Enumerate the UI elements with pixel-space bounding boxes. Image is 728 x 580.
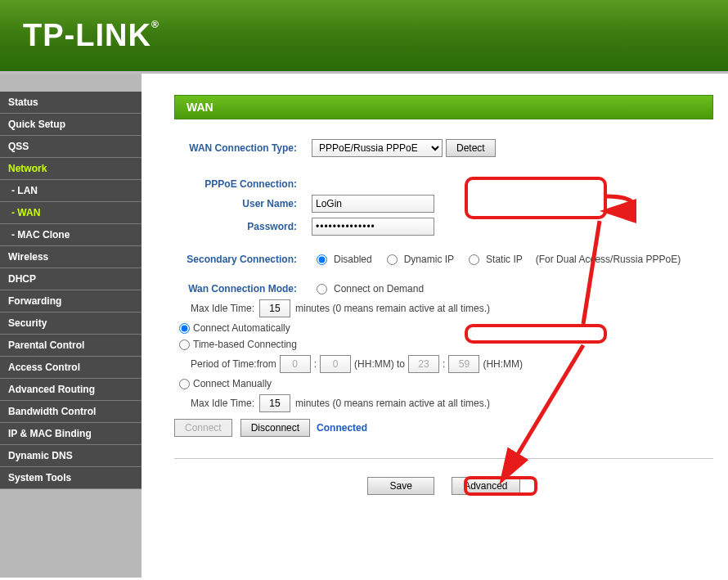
max-idle-input-1[interactable] (259, 299, 290, 317)
sec-note: (For Dual Access/Russia PPPoE) (536, 254, 681, 265)
sidebar-item-forwarding[interactable]: Forwarding (0, 290, 142, 312)
period-to-mm[interactable] (448, 355, 479, 373)
radio-sec-disabled[interactable] (317, 254, 327, 265)
sidebar-item-dhcp[interactable]: DHCP (0, 268, 142, 290)
sidebar-item-qss[interactable]: QSS (0, 136, 142, 158)
label-mode-auto: Connect Automatically (193, 322, 290, 334)
sidebar-item-wireless[interactable]: Wireless (0, 246, 142, 268)
label-hhmm2: (HH:MM) (483, 358, 523, 370)
radio-mode-time[interactable] (179, 339, 190, 350)
brand-text: TP-LINK (23, 18, 151, 53)
label-mode-demand: Connect on Demand (334, 283, 424, 294)
connect-button[interactable]: Connect (174, 419, 232, 437)
reg-mark: ® (151, 19, 160, 30)
label-sec-dynamic: Dynamic IP (404, 254, 454, 265)
disconnect-button[interactable]: Disconnect (240, 419, 310, 437)
sidebar-item-bandwidth-control[interactable]: Bandwidth Control (0, 401, 142, 423)
label-pppoe-connection: PPPoE Connection: (174, 178, 312, 190)
label-max-idle-2: Max Idle Time: (191, 398, 254, 409)
label-password: Password: (174, 221, 312, 232)
label-period: Period of Time:from (191, 358, 276, 370)
connection-status: Connected (317, 422, 367, 434)
radio-sec-dynamic[interactable] (387, 254, 398, 265)
period-to-hh[interactable] (408, 355, 439, 373)
label-secondary-connection: Secondary Connection: (174, 254, 312, 265)
label-username: User Name: (174, 198, 312, 209)
radio-mode-demand[interactable] (317, 284, 327, 294)
label-sec-disabled: Disabled (334, 254, 372, 265)
password-input[interactable] (312, 218, 434, 236)
brand-logo: TP-LINK® (23, 18, 160, 53)
colon-2: : (443, 358, 445, 370)
sidebar-item-system-tools[interactable]: System Tools (0, 467, 142, 489)
panel-title: WAN (174, 95, 713, 119)
sidebar-item-wan[interactable]: - WAN (0, 202, 142, 224)
label-mode-time: Time-based Connecting (193, 339, 297, 350)
wan-type-select[interactable]: PPPoE/Russia PPPoE (312, 139, 443, 157)
label-sec-static: Static IP (486, 254, 523, 265)
sidebar-item-mac-clone[interactable]: - MAC Clone (0, 224, 142, 246)
sidebar-item-advanced-routing[interactable]: Advanced Routing (0, 379, 142, 401)
label-max-idle-1: Max Idle Time: (191, 303, 254, 314)
max-idle-input-2[interactable] (259, 394, 290, 412)
sidebar-item-security[interactable]: Security (0, 312, 142, 335)
app-header: TP-LINK® (0, 0, 728, 74)
sidebar: Status Quick Setup QSS Network - LAN - W… (0, 74, 142, 578)
label-wan-mode: Wan Connection Mode: (174, 283, 312, 294)
sidebar-item-network[interactable]: Network (0, 158, 142, 180)
label-mode-manual: Connect Manually (193, 378, 272, 389)
radio-mode-auto[interactable] (179, 323, 190, 334)
detect-button[interactable]: Detect (446, 139, 496, 157)
sidebar-item-lan[interactable]: - LAN (0, 180, 142, 202)
advanced-button[interactable]: Advanced (452, 477, 519, 495)
sidebar-item-dynamic-dns[interactable]: Dynamic DNS (0, 445, 142, 467)
sidebar-item-quick-setup[interactable]: Quick Setup (0, 114, 142, 136)
sidebar-item-access-control[interactable]: Access Control (0, 357, 142, 379)
sidebar-item-status[interactable]: Status (0, 92, 142, 114)
radio-sec-static[interactable] (469, 254, 479, 265)
period-from-hh[interactable] (280, 355, 311, 373)
sidebar-item-ip-mac-binding[interactable]: IP & MAC Binding (0, 423, 142, 445)
username-input[interactable] (312, 195, 434, 213)
save-button[interactable]: Save (367, 477, 434, 495)
note-minutes-1: minutes (0 means remain active at all ti… (295, 303, 490, 314)
main-panel: WAN WAN Connection Type: PPPoE/Russia PP… (142, 74, 728, 578)
label-hhmm-to: (HH:MM) to (354, 358, 405, 370)
radio-mode-manual[interactable] (179, 379, 190, 389)
colon-1: : (314, 358, 317, 370)
label-wan-type: WAN Connection Type: (174, 142, 312, 154)
period-from-mm[interactable] (320, 355, 351, 373)
note-minutes-2: minutes (0 means remain active at all ti… (295, 398, 490, 409)
sidebar-item-parental-control[interactable]: Parental Control (0, 335, 142, 357)
